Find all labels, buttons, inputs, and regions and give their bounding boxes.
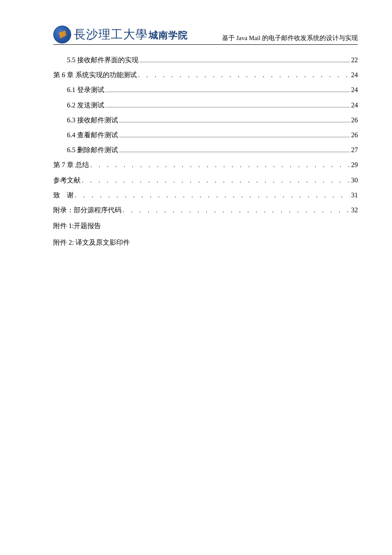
toc-entry: 6.1 登录测试24: [53, 82, 358, 97]
toc-leader-dots: [106, 92, 350, 92]
table-of-contents: 5.5 接收邮件界面的实现22第 6 章 系统实现的功能测试. . . . . …: [53, 52, 358, 251]
toc-entry-page: 26: [351, 113, 358, 127]
toc-leader-dots: [119, 137, 350, 137]
toc-entry-label: 6.5 删除邮件测试: [67, 142, 118, 157]
toc-entry-page: 22: [351, 52, 358, 67]
toc-plain-line: 附件 1:开题报告: [53, 217, 358, 234]
toc-leader-dots: [119, 122, 350, 122]
toc-entry-page: 27: [351, 142, 358, 157]
toc-entry-page: 24: [351, 82, 358, 97]
toc-entry-label: 第 6 章 系统实现的功能测试: [53, 67, 137, 82]
toc-plain-line: 附件 2: 译文及原文影印件: [53, 234, 358, 251]
toc-entry-label: 6.1 登录测试: [67, 82, 104, 97]
toc-entry: 附录：部分源程序代码. . . . . . . . . . . . . . . …: [53, 202, 358, 217]
toc-leader-dots: [106, 107, 350, 107]
institution-name: 長沙理工大學 城南学院: [74, 26, 188, 43]
toc-leader-dots: [140, 62, 350, 62]
toc-entry: 第 6 章 系统实现的功能测试. . . . . . . . . . . . .…: [53, 67, 358, 82]
toc-leader-dots: . . . . . . . . . . . . . . . . . . . . …: [90, 158, 350, 172]
toc-entry-label: 致 谢: [53, 188, 74, 202]
institution-logo-block: 長沙理工大學 城南学院: [53, 26, 188, 43]
toc-entry-page: 26: [351, 127, 358, 142]
toc-entry-label: 附录：部分源程序代码: [53, 202, 121, 217]
toc-entry: 6.4 查看邮件测试26: [53, 127, 358, 142]
college-name: 城南学院: [149, 29, 188, 42]
document-page: 長沙理工大學 城南学院 基于 Java Mail 的电子邮件收发系统的设计与实现…: [0, 0, 392, 276]
toc-entry-page: 32: [351, 202, 358, 217]
toc-entry-page: 24: [351, 98, 358, 113]
toc-entry: 5.5 接收邮件界面的实现22: [53, 52, 358, 67]
toc-leader-dots: [119, 152, 350, 152]
toc-entry-label: 6.3 接收邮件测试: [67, 113, 118, 127]
toc-leader-dots: . . . . . . . . . . . . . . . . . . . . …: [138, 68, 350, 82]
toc-entry-label: 第 7 章 总结: [53, 157, 89, 172]
toc-entry-label: 5.5 接收邮件界面的实现: [67, 52, 138, 67]
toc-entry-label: 6.4 查看邮件测试: [67, 127, 118, 142]
toc-entry-page: 29: [351, 157, 358, 172]
toc-entry: 致 谢. . . . . . . . . . . . . . . . . . .…: [53, 188, 358, 202]
toc-entry-label: 参考文献: [53, 173, 81, 188]
toc-entry-page: 31: [351, 188, 358, 202]
toc-leader-dots: . . . . . . . . . . . . . . . . . . . . …: [123, 203, 350, 217]
university-seal-icon: [53, 26, 71, 43]
page-header: 長沙理工大學 城南学院 基于 Java Mail 的电子邮件收发系统的设计与实现: [53, 26, 358, 45]
toc-entry-page: 24: [351, 67, 358, 82]
toc-entry: 6.2 发送测试24: [53, 98, 358, 113]
toc-entry: 第 7 章 总结. . . . . . . . . . . . . . . . …: [53, 157, 358, 172]
toc-entry-label: 6.2 发送测试: [67, 98, 104, 113]
university-name: 長沙理工大學: [74, 26, 148, 43]
toc-entry: 参考文献. . . . . . . . . . . . . . . . . . …: [53, 173, 358, 188]
document-title: 基于 Java Mail 的电子邮件收发系统的设计与实现: [222, 34, 358, 43]
toc-entry-page: 30: [351, 173, 358, 188]
toc-entry: 6.5 删除邮件测试27: [53, 142, 358, 157]
toc-leader-dots: . . . . . . . . . . . . . . . . . . . . …: [75, 188, 350, 202]
toc-entry: 6.3 接收邮件测试26: [53, 113, 358, 127]
toc-leader-dots: . . . . . . . . . . . . . . . . . . . . …: [82, 173, 350, 188]
